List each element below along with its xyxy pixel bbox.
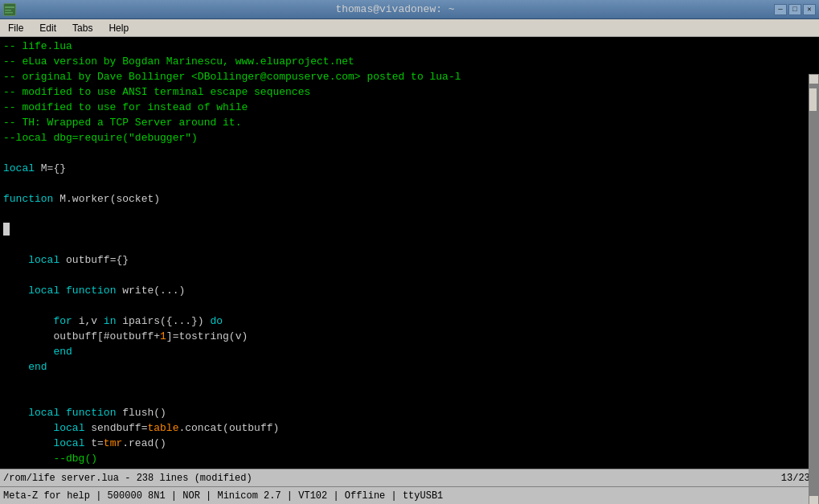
code-line: for i,v in ipairs({...}) do xyxy=(3,313,816,329)
code-line xyxy=(3,145,816,161)
svg-rect-1 xyxy=(5,6,14,8)
title-bar-controls[interactable]: ─ □ ✕ xyxy=(774,4,816,15)
scroll-track[interactable] xyxy=(809,84,819,495)
code-line: end xyxy=(3,359,816,375)
code-line: --local dbg=require("debugger") xyxy=(3,130,816,145)
close-button[interactable]: ✕ xyxy=(803,4,816,15)
code-line xyxy=(3,375,816,390)
code-line: -- life.lua xyxy=(3,39,816,54)
menu-file[interactable]: File xyxy=(3,21,28,35)
code-line xyxy=(3,207,816,222)
title-text: thomas@vivadonew: ~ xyxy=(335,3,454,15)
code-line xyxy=(3,237,816,252)
scroll-up-button[interactable]: ▲ xyxy=(809,74,819,84)
menu-bar: File Edit Tabs Help xyxy=(0,19,819,37)
code-line: local function flush() xyxy=(3,405,816,420)
scroll-down-button[interactable]: ▼ xyxy=(809,495,819,504)
code-line: local function write(...) xyxy=(3,283,816,298)
code-line: local sendbuff=table.concat(outbuff) xyxy=(3,420,816,436)
terminal-icon xyxy=(3,3,16,16)
menu-help[interactable]: Help xyxy=(104,21,133,35)
svg-rect-3 xyxy=(5,12,13,14)
code-line: --dbg() xyxy=(3,451,816,466)
code-line: local outbuff={} xyxy=(3,252,816,268)
status-bar: /rom/life server.lua - 238 lines (modifi… xyxy=(0,469,819,486)
code-line: outbuff[#outbuff+1]=tostring(v) xyxy=(3,329,816,344)
code-line: -- modified to use for instead of while xyxy=(3,100,816,115)
code-line: -- modified to use ANSI terminal escape … xyxy=(3,84,816,100)
code-area[interactable]: -- life.lua -- eLua version by Bogdan Ma… xyxy=(0,37,819,469)
menu-tabs[interactable]: Tabs xyxy=(68,21,97,35)
status-left: /rom/life server.lua - 238 lines (modifi… xyxy=(3,473,252,484)
code-line: end xyxy=(3,344,816,359)
bottom-bar: Meta-Z for help | 500000 8N1 | NOR | Min… xyxy=(0,486,819,504)
code-line xyxy=(3,176,816,191)
maximize-button[interactable]: □ xyxy=(788,4,801,15)
code-line: -- eLua version by Bogdan Marinescu, www… xyxy=(3,54,816,69)
code-line: local M={} xyxy=(3,161,816,176)
title-bar: thomas@vivadonew: ~ ─ □ ✕ xyxy=(0,0,819,19)
main-container: -- life.lua -- eLua version by Bogdan Ma… xyxy=(0,37,819,469)
code-line: -- original by Dave Bollinger <DBollinge… xyxy=(3,69,816,84)
minimize-button[interactable]: ─ xyxy=(774,4,787,15)
code-line xyxy=(3,298,816,313)
code-line xyxy=(3,268,816,283)
scroll-thumb[interactable] xyxy=(809,88,817,112)
scrollbar[interactable]: ▲ ▼ xyxy=(809,74,819,504)
code-line xyxy=(3,222,816,237)
code-line xyxy=(3,390,816,405)
svg-rect-2 xyxy=(5,10,11,11)
bottom-text: Meta-Z for help | 500000 8N1 | NOR | Min… xyxy=(3,490,443,502)
menu-edit[interactable]: Edit xyxy=(35,21,61,35)
code-line: -- TH: Wrapped a TCP Server around it. xyxy=(3,115,816,130)
code-line: local t=tmr.read() xyxy=(3,436,816,451)
code-line: function M.worker(socket) xyxy=(3,191,816,207)
